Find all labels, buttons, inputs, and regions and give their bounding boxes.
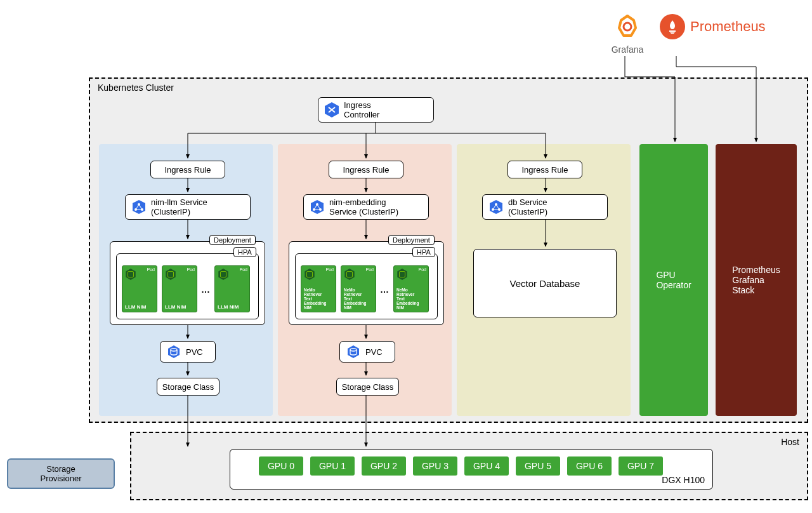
blue-pod-1: PodLLM NIM [122, 265, 157, 312]
red-hpa-tag: HPA [412, 247, 435, 257]
nvidia-hex-icon [396, 269, 408, 280]
pvc-icon [345, 343, 362, 360]
gpu-1: GPU 1 [310, 456, 355, 476]
red-storage-class: Storage Class [336, 378, 399, 396]
yellow-service: db Service (ClusterIP) [482, 194, 608, 220]
red-dots: … [380, 284, 389, 295]
nvidia-hex-icon [344, 269, 355, 280]
dgx-label: DGX H100 [662, 475, 705, 485]
red-pod-3: PodNeMo Retriever Text Embedding NIM [393, 265, 429, 312]
cluster-title: Kubernetes Cluster [98, 83, 174, 93]
gpu-operator-box: GPU Operator [639, 144, 708, 416]
red-deployment-tag: Deployment [388, 235, 435, 245]
red-pod-1: PodNeMo Retriever Text Embedding NIM [301, 265, 336, 312]
gpu-7: GPU 7 [619, 456, 663, 476]
vector-database: Vector Database [473, 249, 617, 317]
blue-ingress-rule: Ingress Rule [150, 161, 225, 178]
red-pvc: PVC [339, 341, 395, 363]
svg-marker-14 [490, 200, 502, 214]
blue-service: nim-llm Service (ClusterIP) [125, 194, 251, 220]
svg-marker-2 [133, 200, 145, 214]
svg-marker-8 [311, 200, 324, 214]
grafana-icon [615, 14, 640, 39]
svg-marker-6 [168, 345, 180, 358]
prometheus-icon [660, 14, 685, 39]
blue-pod-3: PodLLM NIM [214, 265, 250, 312]
host-title: Host [781, 437, 799, 447]
prometheus-label: Prometheus [690, 18, 766, 35]
gpu-5: GPU 5 [516, 456, 560, 476]
service-icon [309, 199, 325, 215]
blue-pod-2: PodLLM NIM [162, 265, 197, 312]
blue-deployment-tag: Deployment [209, 235, 256, 245]
nvidia-hex-icon [125, 269, 136, 280]
prometheus-stack-box: Prometheus Grafana Stack [716, 144, 797, 416]
storage-provisioner: Storage Provisioner [7, 458, 115, 489]
gpu-2: GPU 2 [362, 456, 406, 476]
svg-point-0 [624, 23, 631, 30]
red-ingress-rule: Ingress Rule [329, 161, 403, 178]
gpu-4: GPU 4 [464, 456, 509, 476]
blue-dots: … [201, 284, 210, 295]
grafana-logo: Grafana [599, 14, 656, 55]
prometheus-stack-label: Prometheus Grafana Stack [732, 265, 780, 295]
gpu-3: GPU 3 [413, 456, 457, 476]
blue-pvc: PVC [160, 341, 216, 363]
yellow-ingress-rule: Ingress Rule [508, 161, 582, 178]
gpu-0: GPU 0 [259, 456, 303, 476]
red-pod-2: PodNeMo Retriever Text Embedding NIM [341, 265, 376, 312]
ingress-controller: Ingress Controller [318, 97, 434, 123]
nvidia-hex-icon [165, 269, 176, 280]
gpu-operator-label: GPU Operator [656, 270, 691, 290]
nvidia-hex-icon [218, 269, 229, 280]
svg-marker-12 [348, 345, 359, 358]
grafana-label: Grafana [612, 44, 644, 55]
pvc-icon [166, 343, 182, 360]
blue-hpa-tag: HPA [233, 247, 256, 257]
red-service: nim-embedding Service (ClusterIP) [303, 194, 429, 220]
prometheus-logo: Prometheus [660, 14, 766, 39]
ingress-controller-icon [324, 102, 340, 118]
ingress-controller-label: Ingress Controller [344, 100, 379, 119]
gpu-6: GPU 6 [567, 456, 612, 476]
service-icon [488, 199, 504, 215]
nvidia-hex-icon [304, 269, 315, 280]
blue-storage-class: Storage Class [157, 378, 219, 396]
service-icon [131, 199, 147, 215]
